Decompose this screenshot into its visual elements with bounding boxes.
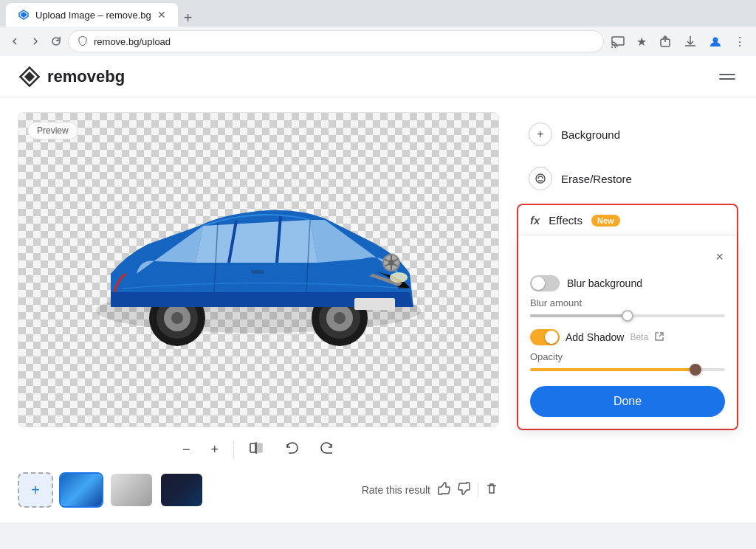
blur-toggle-knob bbox=[532, 277, 545, 290]
opacity-section: Opacity bbox=[530, 351, 725, 371]
cast-button[interactable] bbox=[607, 32, 629, 51]
share-button[interactable] bbox=[654, 32, 676, 51]
undo-button[interactable] bbox=[278, 436, 305, 463]
hamburger-menu[interactable] bbox=[716, 71, 738, 83]
hamburger-line-2 bbox=[719, 78, 735, 80]
blur-background-label: Blur background bbox=[567, 277, 642, 289]
fx-icon: fx bbox=[530, 214, 540, 227]
shadow-toggle-knob bbox=[545, 331, 558, 344]
new-badge: New bbox=[591, 215, 620, 227]
zoom-in-button[interactable]: + bbox=[205, 438, 225, 462]
opacity-slider-thumb[interactable] bbox=[690, 364, 701, 376]
effects-section: fx Effects New × Blur background bbox=[517, 204, 738, 430]
blur-toggle[interactable] bbox=[530, 275, 560, 291]
external-link-icon[interactable] bbox=[654, 331, 664, 344]
svg-point-28 bbox=[390, 272, 408, 283]
logo-area: removebg bbox=[18, 65, 125, 89]
address-bar[interactable]: remove.bg/upload bbox=[68, 30, 604, 52]
blur-amount-label: Blur amount bbox=[530, 297, 725, 308]
compare-button[interactable] bbox=[243, 436, 269, 463]
url-text: remove.bg/upload bbox=[94, 36, 594, 47]
opacity-slider[interactable] bbox=[530, 368, 725, 371]
tab-favicon bbox=[18, 9, 30, 21]
rate-label: Rate this result bbox=[362, 484, 430, 496]
canvas-area: Preview bbox=[18, 112, 499, 508]
background-label: Background bbox=[561, 128, 620, 141]
erase-icon bbox=[529, 167, 552, 190]
erase-restore-label: Erase/Restore bbox=[561, 173, 632, 185]
svg-point-5 bbox=[713, 38, 718, 43]
logo-text: removebg bbox=[47, 67, 125, 86]
thumbnail-1[interactable] bbox=[59, 472, 103, 508]
back-button[interactable] bbox=[6, 32, 24, 50]
omnibox-bar: remove.bg/upload ★ ⋮ bbox=[0, 27, 756, 56]
more-button[interactable]: ⋮ bbox=[729, 32, 750, 52]
opacity-label: Opacity bbox=[530, 351, 725, 362]
add-shadow-label: Add Shadow bbox=[566, 331, 624, 343]
popup-header: × bbox=[530, 248, 725, 266]
effects-popup: × Blur background Blur amount bbox=[518, 235, 737, 429]
svg-point-32 bbox=[536, 174, 545, 183]
tab-title: Upload Image – remove.bg bbox=[35, 10, 151, 21]
divider bbox=[478, 483, 478, 497]
shadow-toggle[interactable] bbox=[530, 329, 560, 345]
done-button[interactable]: Done bbox=[530, 386, 725, 417]
app-header: removebg bbox=[0, 56, 756, 97]
background-button[interactable]: + Background bbox=[517, 112, 738, 156]
canvas-background bbox=[18, 113, 498, 427]
beta-label: Beta bbox=[630, 332, 648, 342]
erase-restore-button[interactable]: Erase/Restore bbox=[517, 156, 738, 201]
tab-bar: Upload Image – remove.bg ✕ + bbox=[0, 0, 756, 27]
thumbnail-3[interactable] bbox=[159, 472, 204, 508]
thumb-img-1 bbox=[61, 474, 102, 506]
bookmark-button[interactable]: ★ bbox=[632, 32, 651, 52]
thumbs-down-button[interactable] bbox=[457, 481, 472, 500]
svg-rect-30 bbox=[257, 443, 262, 452]
car-image bbox=[81, 167, 436, 373]
svg-rect-27 bbox=[251, 270, 264, 274]
effects-label: Effects bbox=[549, 214, 583, 227]
logo-icon bbox=[18, 65, 41, 89]
preview-label: Preview bbox=[27, 122, 78, 139]
delete-button[interactable] bbox=[484, 481, 499, 500]
app-content: Preview bbox=[0, 97, 756, 522]
tab-close-button[interactable]: ✕ bbox=[157, 9, 166, 21]
right-panel: + Background Erase/Restore fx Effects Ne… bbox=[517, 112, 738, 508]
blur-slider-thumb[interactable] bbox=[622, 310, 633, 322]
security-icon bbox=[78, 35, 88, 48]
active-tab[interactable]: Upload Image – remove.bg ✕ bbox=[6, 3, 178, 27]
hamburger-line-1 bbox=[719, 74, 735, 75]
browser-toolbar: ★ ⋮ bbox=[607, 32, 750, 52]
svg-point-4 bbox=[611, 46, 613, 48]
svg-rect-29 bbox=[250, 443, 255, 452]
forward-button[interactable] bbox=[27, 32, 44, 50]
thumb-img-2 bbox=[111, 474, 152, 506]
blur-toggle-row: Blur background bbox=[530, 275, 725, 291]
download-button[interactable] bbox=[679, 32, 701, 51]
new-tab-button[interactable]: + bbox=[178, 10, 199, 27]
add-shadow-row: Add Shadow Beta bbox=[530, 329, 725, 345]
bottom-row: + Rate this result bbox=[18, 472, 499, 508]
effects-button[interactable]: fx Effects New bbox=[518, 205, 737, 235]
blur-slider-fill bbox=[530, 314, 628, 317]
svg-rect-26 bbox=[354, 298, 395, 310]
blur-slider[interactable] bbox=[530, 314, 725, 317]
blur-amount-section: Blur amount bbox=[530, 297, 725, 317]
redo-button[interactable] bbox=[314, 436, 340, 463]
thumbnails: + bbox=[18, 472, 204, 508]
rating-area: Rate this result bbox=[362, 481, 499, 500]
svg-point-17 bbox=[334, 312, 346, 324]
background-icon: + bbox=[529, 122, 552, 146]
thumbs-up-button[interactable] bbox=[436, 481, 451, 500]
thumb-img-3 bbox=[161, 474, 202, 506]
reload-button[interactable] bbox=[47, 32, 65, 50]
svg-rect-3 bbox=[612, 37, 624, 45]
zoom-out-button[interactable]: − bbox=[176, 438, 196, 462]
add-image-button[interactable]: + bbox=[18, 472, 53, 508]
close-effects-button[interactable]: × bbox=[714, 248, 725, 266]
canvas-container: Preview bbox=[18, 112, 499, 427]
profile-button[interactable] bbox=[704, 32, 726, 51]
app: removebg Preview bbox=[0, 56, 756, 522]
canvas-toolbar: − + bbox=[18, 436, 499, 463]
thumbnail-2[interactable] bbox=[109, 472, 154, 508]
